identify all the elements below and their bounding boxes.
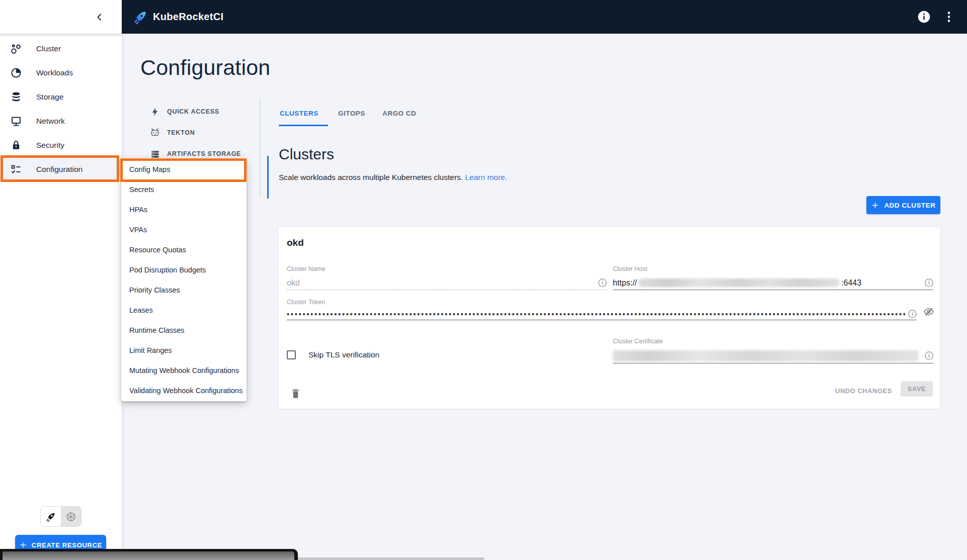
kuberocketci-view-toggle[interactable] (41, 507, 61, 526)
checkbox-unchecked-icon[interactable] (287, 350, 296, 359)
info-icon[interactable] (925, 351, 933, 360)
submenu-item-leases[interactable]: Leases (121, 300, 247, 320)
submenu-item-vpas[interactable]: VPAs (121, 220, 247, 240)
background-window-titlebar (0, 549, 298, 560)
cluster-certificate-field: Cluster Certificate (613, 338, 933, 363)
delete-cluster-button[interactable] (287, 385, 303, 401)
lightning-icon (149, 106, 161, 118)
sidebar-item-workloads[interactable]: Workloads (0, 61, 119, 85)
cluster-host-field: Cluster Host https:// :6443 (613, 265, 933, 290)
submenu-item-runtime-classes[interactable]: Runtime Classes (121, 320, 247, 340)
cluster-token-label: Cluster Token (287, 299, 917, 306)
sidebar-header (0, 0, 122, 34)
app-bar: KubeRocketCI (122, 0, 967, 34)
undo-changes-button[interactable]: UNDO CHANGES (831, 383, 896, 398)
cluster-host-prefix: https:// (613, 278, 637, 288)
rocket-icon (45, 511, 57, 523)
sidebar-item-network[interactable]: Network (0, 109, 119, 133)
save-button[interactable]: SAVE (901, 381, 933, 397)
plus-icon (871, 201, 879, 210)
add-cluster-label: ADD CLUSTER (884, 202, 935, 209)
tekton-label: TEKTON (167, 129, 195, 136)
submenu-item-pod-disruption-budgets[interactable]: Pod Disruption Budgets (121, 260, 247, 280)
submenu-item-mutating-webhook-configurations[interactable]: Mutating Webhook Configurations (121, 360, 247, 381)
clusters-description-text: Scale workloads across multiple Kubernet… (279, 173, 463, 181)
panel-accent-bar (267, 156, 269, 199)
add-cluster-button[interactable]: ADD CLUSTER (866, 196, 940, 214)
context-toggle-group (40, 506, 82, 527)
background-window-titlebar-inner (3, 551, 294, 560)
tekton-nav-button[interactable]: TEKTON (149, 125, 195, 141)
cluster-token-input[interactable]: ••••••••••••••••••••••••••••••••••••••••… (287, 308, 917, 320)
cluster-bubbles-icon (10, 43, 22, 55)
tab-clusters[interactable]: CLUSTERS (280, 107, 318, 120)
plus-icon (19, 541, 27, 549)
artifacts-storage-label: ARTIFACTS STORAGE (167, 150, 241, 157)
submenu-item-priority-classes[interactable]: Priority Classes (121, 280, 247, 300)
learn-more-link[interactable]: Learn more. (465, 173, 507, 181)
brand-title: KubeRocketCI (153, 11, 223, 23)
skip-tls-checkbox-row[interactable]: Skip TLS verification (287, 347, 379, 363)
cluster-certificate-label: Cluster Certificate (613, 338, 933, 345)
submenu-item-validating-webhook-configurations[interactable]: Validating Webhook Configurations (121, 381, 247, 401)
sidebar-item-configuration[interactable]: Configuration (0, 157, 119, 181)
quick-access-label: QUICK ACCESS (167, 108, 219, 115)
sidebar-item-label: Storage (36, 92, 63, 102)
info-icon[interactable] (908, 310, 917, 318)
submenu-item-limit-ranges[interactable]: Limit Ranges (121, 340, 247, 360)
chevron-left-icon (95, 12, 105, 22)
active-tab-indicator (279, 125, 328, 126)
kubernetes-view-toggle[interactable] (61, 507, 81, 526)
overflow-menu-button[interactable] (940, 8, 958, 26)
info-icon[interactable] (925, 278, 933, 287)
sidebar-item-label: Network (36, 117, 65, 126)
cluster-host-suffix: :6443 (841, 278, 861, 288)
sidebar-item-cluster[interactable]: Cluster (0, 37, 119, 61)
cluster-host-label: Cluster Host (613, 265, 933, 272)
cluster-name-value: okd (287, 278, 300, 288)
database-icon (10, 91, 22, 103)
cluster-token-field: Cluster Token ••••••••••••••••••••••••••… (287, 299, 917, 320)
quick-access-button[interactable]: QUICK ACCESS (149, 104, 219, 120)
eye-off-icon (923, 306, 934, 317)
cluster-card-title: okd (287, 237, 304, 248)
page-title: Configuration (140, 55, 270, 80)
configuration-submenu: Config Maps Secrets HPAs VPAs Resource Q… (121, 158, 247, 401)
cluster-name-label: Cluster Name (287, 265, 607, 272)
workloads-pie-icon (10, 67, 22, 79)
info-icon[interactable] (598, 278, 607, 287)
lock-icon (10, 139, 22, 151)
cluster-name-field: Cluster Name okd (287, 265, 607, 290)
submenu-item-resource-quotas[interactable]: Resource Quotas (121, 240, 247, 260)
app-window: Configuration QUICK ACCESS TEKTON ARTIFA… (0, 0, 967, 560)
sidebar-item-security[interactable]: Security (0, 133, 119, 157)
cluster-host-input[interactable]: https:// :6443 (613, 276, 933, 290)
sidebar-item-storage[interactable]: Storage (0, 85, 119, 109)
sidebar-item-label: Workloads (36, 68, 73, 77)
vertical-divider (260, 100, 261, 197)
submenu-item-config-maps[interactable]: Config Maps (121, 159, 247, 179)
tab-gitops[interactable]: GITOPS (338, 107, 365, 120)
sidebar-item-label: Configuration (36, 165, 83, 174)
submenu-item-secrets[interactable]: Secrets (121, 179, 247, 200)
kebab-menu-icon (948, 12, 950, 22)
submenu-item-hpas[interactable]: HPAs (121, 200, 247, 220)
cluster-name-input[interactable]: okd (287, 276, 607, 290)
redacted-certificate-value (613, 350, 919, 361)
redacted-host-value (638, 278, 840, 287)
cluster-token-masked-value: ••••••••••••••••••••••••••••••••••••••••… (287, 310, 905, 318)
sidebar-collapse-button[interactable] (91, 8, 109, 26)
network-monitor-icon (10, 115, 22, 127)
toggle-token-visibility-button[interactable] (922, 306, 936, 318)
tekton-robot-icon (149, 127, 161, 139)
tab-argocd[interactable]: ARGO CD (382, 107, 416, 120)
clusters-description: Scale workloads across multiple Kubernet… (279, 173, 507, 182)
sidebar-item-label: Security (36, 141, 64, 150)
clusters-heading: Clusters (279, 146, 334, 163)
sidebar: Cluster Workloads Storage (0, 34, 122, 560)
info-circle-icon (917, 10, 931, 24)
skip-tls-label: Skip TLS verification (308, 350, 379, 359)
cluster-certificate-input[interactable] (613, 348, 933, 363)
header-actions (915, 8, 958, 26)
info-button[interactable] (915, 8, 933, 26)
